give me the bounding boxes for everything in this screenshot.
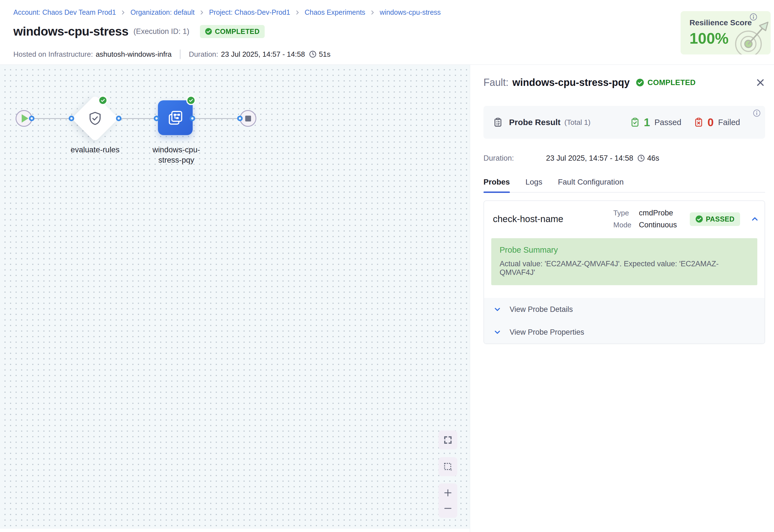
fault-panel-header: Fault: windows-cpu-stress-pqy COMPLETED xyxy=(483,74,765,91)
probe-result-title: Probe Result xyxy=(509,118,560,127)
failed-count: 0 xyxy=(708,116,714,129)
pipeline-canvas[interactable]: evaluate-rules windows-cpu- stress-pqy xyxy=(0,65,470,529)
probe-counts: 1 Passed 0 Failed xyxy=(630,116,740,129)
tab-probes[interactable]: Probes xyxy=(483,178,510,192)
breadcrumb-chaos-experiments[interactable]: Chaos Experiments xyxy=(305,8,365,16)
node-success-check-icon xyxy=(186,96,196,105)
probe-card: check-host-name Type cmdProbe Mode Conti… xyxy=(483,200,765,344)
breadcrumb-project[interactable]: Project: Chaos-Dev-Prod1 xyxy=(209,8,290,16)
clipboard-x-icon xyxy=(694,117,704,127)
selection-mode-button[interactable] xyxy=(438,457,457,476)
fault-duration-row: Duration: 23 Jul 2025, 14:57 - 14:58 46s xyxy=(483,153,765,164)
tab-fault-configuration[interactable]: Fault Configuration xyxy=(558,178,624,192)
marquee-select-icon xyxy=(443,461,453,472)
fault-details-panel: Fault: windows-cpu-stress-pqy COMPLETED … xyxy=(470,65,774,532)
passed-count: 1 xyxy=(644,116,650,129)
fault-status-label: COMPLETED xyxy=(648,78,696,87)
probe-name: check-host-name xyxy=(493,214,563,224)
chaos-experiment-run-page: Account: Chaos Dev Team Prod1 Organizati… xyxy=(0,0,774,532)
passed-label: Passed xyxy=(654,118,681,127)
probe-type-value: cmdProbe xyxy=(639,209,673,217)
probe-summary-box: Probe Summary Actual value: 'EC2AMAZ-QMV… xyxy=(491,238,757,285)
probe-status-label: PASSED xyxy=(706,215,735,223)
clipboard-icon xyxy=(493,117,503,127)
probe-result-total: (Total 1) xyxy=(564,118,591,127)
probe-mode-value: Continuous xyxy=(639,221,677,229)
hosted-label: Hosted on Infrastructure: xyxy=(13,50,93,59)
view-probe-details-label: View Probe Details xyxy=(510,305,573,314)
probe-status-badge: PASSED xyxy=(690,212,740,226)
node-label-line2: stress-pqy xyxy=(135,155,218,165)
duration-elapsed: 51s xyxy=(319,50,331,59)
node-success-check-icon xyxy=(98,96,108,105)
execution-id: (Execution ID: 1) xyxy=(133,27,189,36)
probe-summary-title: Probe Summary xyxy=(500,245,749,255)
probe-summary-text: Actual value: 'EC2AMAZ-QMVAF4J'. Expecte… xyxy=(500,260,749,277)
status-badge: COMPLETED xyxy=(200,25,265,38)
connector-port xyxy=(29,116,34,121)
chevron-down-icon xyxy=(493,328,501,336)
breadcrumb-account[interactable]: Account: Chaos Dev Team Prod1 xyxy=(13,8,116,16)
tab-logs[interactable]: Logs xyxy=(525,178,542,192)
breadcrumb: Account: Chaos Dev Team Prod1 Organizati… xyxy=(13,8,441,16)
chevron-up-icon[interactable] xyxy=(751,215,759,223)
hosted-value: ashutosh-windows-infra xyxy=(96,50,172,59)
experiment-icon xyxy=(167,109,184,127)
breadcrumb-organization[interactable]: Organization: default xyxy=(130,8,195,16)
duration-value: 23 Jul 2025, 14:57 - 14:58 xyxy=(221,50,305,59)
probe-card-footer: View Probe Details View Probe Properties xyxy=(484,298,765,344)
probe-type-mode: Type cmdProbe Mode Continuous xyxy=(613,209,677,229)
fault-name: windows-cpu-stress-pqy xyxy=(512,77,630,88)
breadcrumb-current[interactable]: windows-cpu-stress xyxy=(380,8,441,16)
failed-label: Failed xyxy=(718,118,740,127)
probe-mode-label: Mode xyxy=(613,221,639,229)
chevron-right-icon xyxy=(121,9,125,16)
view-probe-details-toggle[interactable]: View Probe Details xyxy=(484,298,765,321)
duration-label: Duration: xyxy=(189,50,218,59)
zoom-controls xyxy=(438,483,457,518)
edge-line xyxy=(119,118,157,119)
title-row: windows-cpu-stress (Execution ID: 1) COM… xyxy=(13,24,265,38)
page-title: windows-cpu-stress xyxy=(13,24,128,38)
connector-port xyxy=(237,116,243,121)
check-circle-icon xyxy=(636,78,644,87)
fullscreen-button[interactable] xyxy=(438,431,457,449)
node-label-fault: windows-cpu- stress-pqy xyxy=(135,145,218,165)
fullscreen-icon xyxy=(443,435,453,445)
node-label-line1: windows-cpu- xyxy=(135,145,218,155)
info-icon[interactable] xyxy=(753,109,761,117)
duration-value: 23 Jul 2025, 14:57 - 14:58 xyxy=(546,154,633,163)
chevron-right-icon xyxy=(295,9,300,16)
chevron-right-icon xyxy=(370,9,375,16)
resilience-score-card: Resilience Score 100% xyxy=(681,11,771,54)
view-probe-properties-toggle[interactable]: View Probe Properties xyxy=(484,321,765,344)
page-header: Account: Chaos Dev Team Prod1 Organizati… xyxy=(0,0,774,65)
node-windows-cpu-stress-pqy[interactable] xyxy=(158,100,193,135)
zoom-in-button[interactable] xyxy=(443,488,453,498)
play-icon xyxy=(22,114,28,123)
probe-result-summary-row: Probe Result (Total 1) 1 Passed xyxy=(483,106,765,139)
connector-port xyxy=(116,116,121,121)
probe-card-header: check-host-name Type cmdProbe Mode Conti… xyxy=(484,201,765,237)
fault-label: Fault: xyxy=(483,77,508,88)
edge-line xyxy=(192,118,240,119)
node-evaluate-rules[interactable] xyxy=(71,95,119,142)
connector-port xyxy=(154,116,159,121)
experiment-meta-row: Hosted on Infrastructure: ashutosh-windo… xyxy=(13,49,331,59)
node-label-evaluate-rules: evaluate-rules xyxy=(53,145,137,155)
stop-icon xyxy=(245,116,251,121)
resilience-score-value: 100% xyxy=(689,29,729,47)
connector-port xyxy=(69,116,74,121)
clock-icon xyxy=(309,50,317,58)
status-badge-label: COMPLETED xyxy=(215,28,260,36)
probe-type-label: Type xyxy=(613,209,639,217)
zoom-out-button[interactable] xyxy=(443,503,453,513)
clock-icon xyxy=(637,154,645,162)
duration-label: Duration: xyxy=(483,154,546,163)
panel-tabs: Probes Logs Fault Configuration xyxy=(483,175,765,193)
divider xyxy=(180,49,180,59)
duration-elapsed: 46s xyxy=(647,154,659,163)
check-circle-icon xyxy=(695,215,703,223)
connector-port xyxy=(190,116,195,121)
close-icon[interactable] xyxy=(756,78,765,87)
